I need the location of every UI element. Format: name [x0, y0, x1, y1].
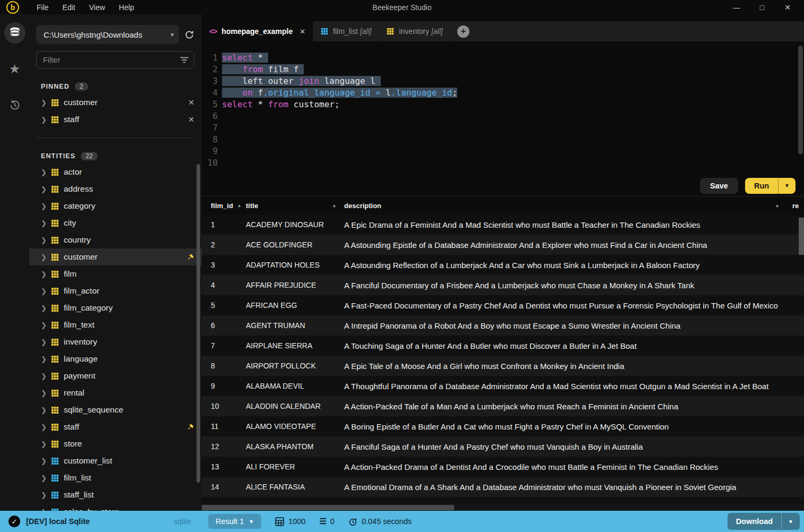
minimize-button[interactable]: — [732, 3, 741, 12]
history-icon[interactable] [4, 95, 25, 116]
chevron-right-icon[interactable]: ❯ [41, 458, 46, 465]
chevron-right-icon[interactable]: ❯ [41, 99, 46, 106]
table-row[interactable]: 7AIRPLANE SIERRAA Touching Saga of a Hun… [202, 336, 804, 356]
unpin-close-icon[interactable]: ✕ [188, 115, 194, 124]
sidebar-scrollbar[interactable] [196, 164, 200, 483]
tab-inventory[interactable]: inventory [all] [379, 21, 451, 41]
sidebar-item-actor[interactable]: ❯actor [29, 164, 202, 181]
table-horizontal-scrollbar[interactable] [202, 505, 454, 510]
chevron-right-icon[interactable]: ❯ [41, 116, 46, 123]
sidebar-item-category[interactable]: ❯category [29, 198, 202, 214]
chevron-right-icon[interactable]: ❯ [41, 288, 46, 295]
maximize-button[interactable]: □ [757, 3, 767, 12]
table-row[interactable]: 9ALABAMA DEVILA Thoughtful Panorama of a… [202, 376, 804, 396]
sidebar-item-film[interactable]: ❯film [29, 265, 202, 282]
table-row[interactable]: 13ALI FOREVERA Action-Packed Drama of a … [202, 457, 804, 477]
refresh-icon[interactable] [184, 30, 194, 40]
table-row[interactable]: 5AFRICAN EGGA Fast-Paced Documentary of … [202, 295, 804, 315]
table-row[interactable]: 3ADAPTATION HOLESA Astounding Reflection… [202, 255, 804, 275]
result-selector-button[interactable]: Result 1 ▼ [208, 514, 261, 529]
chevron-right-icon[interactable]: ❯ [41, 254, 46, 261]
chevron-right-icon[interactable]: ❯ [41, 339, 46, 346]
chevron-right-icon[interactable]: ❯ [41, 475, 46, 482]
sidebar-item-city[interactable]: ❯city [29, 214, 202, 231]
chevron-right-icon[interactable]: ❯ [41, 492, 46, 499]
table-row[interactable]: 10ALADDIN CALENDARA Action-Packed Tale o… [202, 396, 804, 416]
chevron-right-icon[interactable]: ❯ [41, 305, 46, 312]
table-row[interactable]: 12ALASKA PHANTOMA Fanciful Saga of a Hun… [202, 436, 804, 457]
tab-close-icon[interactable]: ✕ [300, 28, 305, 36]
sidebar-item-staff[interactable]: ❯staff [29, 418, 202, 435]
chevron-right-icon[interactable]: ❯ [41, 169, 46, 176]
unpin-close-icon[interactable]: ✕ [188, 98, 194, 107]
sidebar-item-inventory[interactable]: ❯inventory [29, 333, 202, 350]
table-row[interactable]: 14ALICE FANTASIAA Emotional Drama of a A… [202, 477, 804, 497]
sql-editor[interactable]: 1select * 2 from film f 3 left outer joi… [202, 41, 804, 175]
column-header-title[interactable]: title ▲ [246, 202, 344, 210]
editor-scrollbar[interactable] [798, 46, 803, 155]
table-row[interactable]: 6AGENT TRUMANA Intrepid Panorama of a Ro… [202, 315, 804, 336]
menu-help[interactable]: Help [112, 1, 141, 14]
sidebar-item-film_list[interactable]: ❯film_list [29, 469, 202, 486]
database-icon[interactable] [4, 22, 25, 44]
table-row[interactable]: 11ALAMO VIDEOTAPEA Boring Epistle of a B… [202, 416, 804, 436]
sidebar-item-store[interactable]: ❯store [29, 435, 202, 452]
table-row[interactable]: 15ALIEN CENTERA Brilliant Drama of a Cat… [202, 497, 804, 504]
menu-view[interactable]: View [82, 1, 112, 14]
chevron-right-icon[interactable]: ❯ [41, 509, 46, 511]
sidebar-item-sales_by_store[interactable]: ❯sales_by_store [29, 503, 202, 511]
table-row[interactable]: 8AIRPORT POLLOCKA Epic Tale of a Moose A… [202, 356, 804, 376]
chevron-right-icon[interactable]: ❯ [41, 390, 46, 397]
table-row[interactable]: 4AFFAIR PREJUDICEA Fanciful Documentary … [202, 275, 804, 295]
sidebar-item-customer[interactable]: ❯customer [29, 248, 202, 265]
filter-input[interactable]: Filter [36, 51, 194, 68]
column-header-description[interactable]: description ▲ [344, 202, 792, 210]
code-line-1: 1select * [202, 52, 804, 64]
sort-icon[interactable]: ▲ [332, 203, 337, 208]
table-vertical-scrollbar[interactable] [799, 218, 804, 255]
pinned-item-customer[interactable]: ❯customer✕ [29, 94, 202, 111]
download-button[interactable]: Download [728, 513, 781, 530]
tab-film_list[interactable]: film_list [all] [313, 21, 379, 41]
chevron-right-icon[interactable]: ❯ [41, 373, 46, 380]
chevron-right-icon[interactable]: ❯ [41, 220, 46, 227]
sidebar-item-country[interactable]: ❯country [29, 231, 202, 248]
sidebar-item-payment[interactable]: ❯payment [29, 367, 202, 384]
clock-icon [348, 517, 357, 526]
chevron-right-icon[interactable]: ❯ [41, 424, 46, 431]
close-button[interactable]: ✕ [783, 3, 792, 12]
menu-file[interactable]: File [30, 1, 56, 14]
chevron-right-icon[interactable]: ❯ [41, 203, 46, 210]
save-button[interactable]: Save [700, 178, 738, 194]
tab-homepage_example[interactable]: <>homepage_example✕ [202, 21, 313, 41]
sidebar-item-address[interactable]: ❯address [29, 181, 202, 198]
favorites-icon[interactable]: ★ [4, 58, 25, 80]
chevron-right-icon[interactable]: ❯ [41, 441, 46, 448]
result-table-rows: 1ACADEMY DINOSAURA Epic Drama of a Femin… [202, 214, 804, 504]
pinned-item-staff[interactable]: ❯staff✕ [29, 111, 202, 128]
table-row[interactable]: 1ACADEMY DINOSAURA Epic Drama of a Femin… [202, 214, 804, 235]
connection-dropdown[interactable]: C:\Users\ghstng\Downloads ▾ [36, 25, 179, 44]
sidebar-item-film_category[interactable]: ❯film_category [29, 299, 202, 316]
sidebar-item-staff_list[interactable]: ❯staff_list [29, 486, 202, 503]
chevron-right-icon[interactable]: ❯ [41, 356, 46, 363]
sidebar-item-sqlite_sequence[interactable]: ❯sqlite_sequence [29, 401, 202, 418]
download-options-caret[interactable]: ▼ [781, 513, 800, 530]
sidebar-item-language[interactable]: ❯language [29, 350, 202, 367]
chevron-right-icon[interactable]: ❯ [41, 407, 46, 414]
sidebar-item-rental[interactable]: ❯rental [29, 384, 202, 401]
sort-icon[interactable]: ▲ [775, 203, 780, 208]
chevron-right-icon[interactable]: ❯ [41, 186, 46, 193]
run-button[interactable]: Run [745, 178, 778, 194]
sidebar-item-film_text[interactable]: ❯film_text [29, 316, 202, 333]
sidebar-item-film_actor[interactable]: ❯film_actor [29, 282, 202, 299]
column-header-film-id[interactable]: film_id ▲ [202, 202, 246, 210]
menu-edit[interactable]: Edit [56, 1, 82, 14]
chevron-right-icon[interactable]: ❯ [41, 271, 46, 278]
table-row[interactable]: 2ACE GOLDFINGERA Astounding Epistle of a… [202, 235, 804, 255]
sidebar-item-customer_list[interactable]: ❯customer_list [29, 452, 202, 469]
run-options-caret[interactable]: ▼ [778, 178, 796, 194]
chevron-right-icon[interactable]: ❯ [41, 237, 46, 244]
new-tab-button[interactable]: + [457, 25, 469, 38]
chevron-right-icon[interactable]: ❯ [41, 322, 46, 329]
